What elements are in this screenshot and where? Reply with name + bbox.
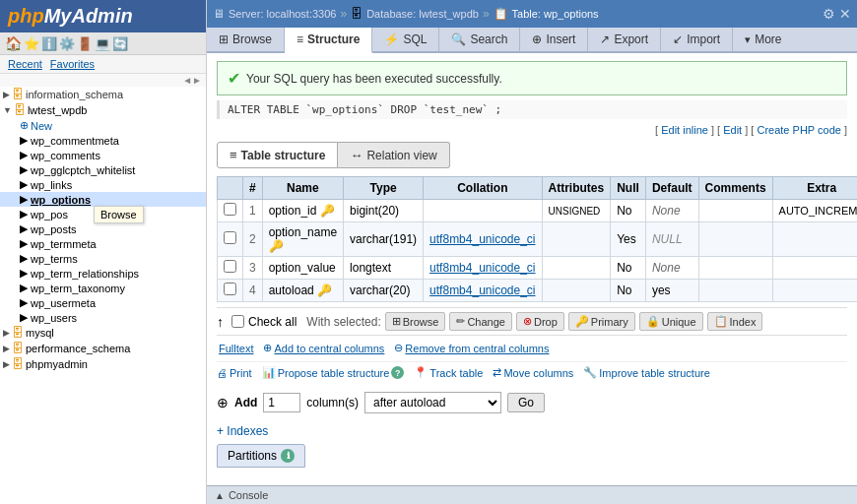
edit-inline-link[interactable]: Edit inline <box>661 124 708 136</box>
success-text: Your SQL query has been executed success… <box>246 72 502 86</box>
add-central-button[interactable]: ⊕ Add to central columns <box>261 341 386 355</box>
topbar-close-icon[interactable]: ✕ <box>839 6 851 22</box>
console-icon[interactable]: 💻 <box>95 36 110 51</box>
sidebar-item-wp-usermeta[interactable]: ▶ wp_usermeta <box>0 295 206 310</box>
subtab-table-structure-label: Table structure <box>241 149 326 162</box>
subtab-relation-view[interactable]: ↔ Relation view <box>338 142 449 168</box>
add-columns-input[interactable] <box>263 393 300 412</box>
sidebar-item-wp-term-taxonomy[interactable]: ▶ wp_term_taxonomy <box>0 281 206 295</box>
print-icon: 🖨 <box>217 367 228 379</box>
row2-type: varchar(191) <box>344 222 424 257</box>
partitions-info-icon[interactable]: ℹ <box>281 449 295 463</box>
create-php-link[interactable]: Create PHP code <box>757 124 840 136</box>
settings-icon[interactable]: ⚙️ <box>59 36 75 51</box>
table-row: 2 option_name 🔑 varchar(191) utf8mb4_uni… <box>218 222 858 257</box>
go-button[interactable]: Go <box>507 393 545 412</box>
row4-checkbox[interactable] <box>218 280 243 302</box>
row4-collation[interactable]: utf8mb4_unicode_ci <box>424 280 542 302</box>
tab-sql[interactable]: ⚡ SQL <box>372 28 439 51</box>
row3-type: longtext <box>344 257 424 280</box>
propose-info-icon[interactable]: ? <box>391 366 404 379</box>
col-header-checkbox <box>218 177 243 200</box>
check-all-checkbox[interactable] <box>231 315 244 328</box>
topbar-settings-icon[interactable]: ⚙ <box>823 6 835 22</box>
tab-insert[interactable]: ⊕ Insert <box>520 28 588 51</box>
fulltext-button[interactable]: Fulltext <box>217 342 255 355</box>
print-link[interactable]: 🖨 Print <box>217 367 252 379</box>
indexes-link[interactable]: + Indexes <box>217 424 847 438</box>
partitions-tab[interactable]: Partitions ℹ <box>217 444 305 468</box>
propose-link[interactable]: 📊 Propose table structure ? <box>262 366 405 379</box>
move-columns-link[interactable]: ⇄ Move columns <box>493 366 573 379</box>
edit-link[interactable]: Edit <box>723 124 742 136</box>
row2-collation[interactable]: utf8mb4_unicode_ci <box>424 222 542 257</box>
sidebar-item-wp-links[interactable]: ▶ wp_links <box>0 177 206 192</box>
sidebar-item-phpmyadmin[interactable]: ▶ 🗄 phpmyadmin <box>0 356 206 372</box>
tab-browse[interactable]: ⊞ Browse <box>207 28 285 51</box>
sidebar-item-label: performance_schema <box>26 343 130 354</box>
primary-button[interactable]: 🔑 Primary <box>568 312 635 331</box>
resize-left-icon[interactable]: ◄ <box>182 75 192 86</box>
row3-collation[interactable]: utf8mb4_unicode_ci <box>424 257 542 280</box>
recent-link[interactable]: Recent <box>8 58 42 70</box>
info-icon-sidebar[interactable]: ℹ️ <box>41 36 57 51</box>
console-up-icon: ▲ <box>215 490 225 501</box>
tab-structure[interactable]: ≡ Structure <box>285 28 372 53</box>
sidebar-item-performance-schema[interactable]: ▶ 🗄 performance_schema <box>0 341 206 356</box>
add-columns-position[interactable]: after autoload at end of table at beginn… <box>364 392 501 413</box>
col-header-attributes: Attributes <box>542 177 611 200</box>
sidebar-item-label: wp_pos <box>31 209 68 220</box>
propose-icon: 📊 <box>262 366 276 379</box>
database-label[interactable]: Database: lwtest_wpdb <box>366 8 479 20</box>
browse-button[interactable]: ⊞ Browse <box>385 312 446 331</box>
table-icon: ▶ <box>20 149 28 161</box>
unique-button[interactable]: 🔒 Unique <box>639 312 703 331</box>
subtab-table-structure[interactable]: ≡ Table structure <box>217 142 338 168</box>
sidebar-item-wp-options[interactable]: ▶ wp_options Browse <box>0 192 206 207</box>
row4-extra <box>772 280 857 302</box>
sidebar-item-wp-comments[interactable]: ▶ wp_comments <box>0 148 206 162</box>
table-label[interactable]: Table: wp_options <box>512 8 599 20</box>
refresh-icon[interactable]: 🔄 <box>112 36 128 51</box>
remove-central-button[interactable]: ⊖ Remove from central columns <box>392 341 551 355</box>
change-button[interactable]: ✏ Change <box>449 312 512 331</box>
row3-checkbox-input[interactable] <box>224 260 236 273</box>
sidebar-item-new[interactable]: ⊕ New <box>0 118 206 133</box>
sidebar-item-wp-commentmeta[interactable]: ▶ wp_commentmeta <box>0 133 206 148</box>
sidebar-item-wp-gglcptch[interactable]: ▶ wp_gglcptch_whitelist <box>0 162 206 177</box>
resize-right-icon[interactable]: ► <box>192 75 202 86</box>
improve-link[interactable]: 🔧 Improve table structure <box>583 366 710 379</box>
tab-search[interactable]: 🔍 Search <box>439 28 520 51</box>
server-label[interactable]: Server: localhost:3306 <box>229 8 336 20</box>
console-bar[interactable]: ▲ Console <box>207 485 857 504</box>
sidebar-item-information-schema[interactable]: ▶ 🗄 information_schema <box>0 87 206 102</box>
favorites-link[interactable]: Favorites <box>50 58 95 70</box>
check-all-label: Check all <box>248 315 297 329</box>
row3-checkbox[interactable] <box>218 257 243 280</box>
drop-button[interactable]: ⊗ Drop <box>516 312 564 331</box>
row1-checkbox[interactable] <box>218 200 243 222</box>
sidebar-item-wp-users[interactable]: ▶ wp_users <box>0 310 206 325</box>
index-button[interactable]: 📋 Index <box>707 312 763 331</box>
tab-export[interactable]: ↗ Export <box>588 28 661 51</box>
sidebar-item-lwtest-wpdb[interactable]: ▼ 🗄 lwtest_wpdb <box>0 102 206 118</box>
sidebar-item-wp-terms[interactable]: ▶ wp_terms <box>0 251 206 266</box>
tab-more[interactable]: ▾ More <box>733 28 793 51</box>
row1-checkbox-input[interactable] <box>224 203 236 216</box>
row2-checkbox-input[interactable] <box>224 231 236 244</box>
row3-comments <box>698 257 772 280</box>
row1-default: None <box>645 200 698 222</box>
row4-checkbox-input[interactable] <box>224 283 236 295</box>
row2-checkbox[interactable] <box>218 222 243 257</box>
sidebar-item-wp-term-relationships[interactable]: ▶ wp_term_relationships <box>0 266 206 281</box>
tab-import[interactable]: ↙ Import <box>661 28 733 51</box>
logout-icon[interactable]: 🚪 <box>77 36 93 51</box>
sidebar-item-wp-termmeta[interactable]: ▶ wp_termmeta <box>0 236 206 251</box>
success-icon: ✔ <box>228 69 240 88</box>
star-icon[interactable]: ⭐ <box>24 36 39 51</box>
sidebar-item-wp-posts[interactable]: ▶ wp_posts <box>0 221 206 236</box>
track-table-link[interactable]: 📍 Track table <box>414 366 483 379</box>
home-icon[interactable]: 🏠 <box>5 35 22 51</box>
sidebar-item-label: wp_options <box>31 194 91 206</box>
sidebar-item-mysql[interactable]: ▶ 🗄 mysql <box>0 325 206 341</box>
